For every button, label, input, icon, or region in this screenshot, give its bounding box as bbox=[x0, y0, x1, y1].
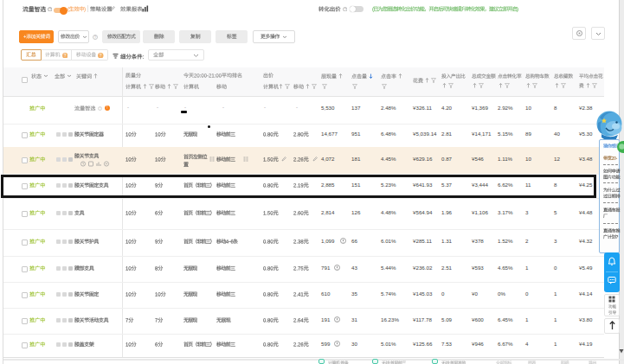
svg-text:?: ? bbox=[100, 106, 101, 110]
svg-text:?: ? bbox=[63, 53, 66, 58]
svg-text:?: ? bbox=[100, 53, 102, 58]
